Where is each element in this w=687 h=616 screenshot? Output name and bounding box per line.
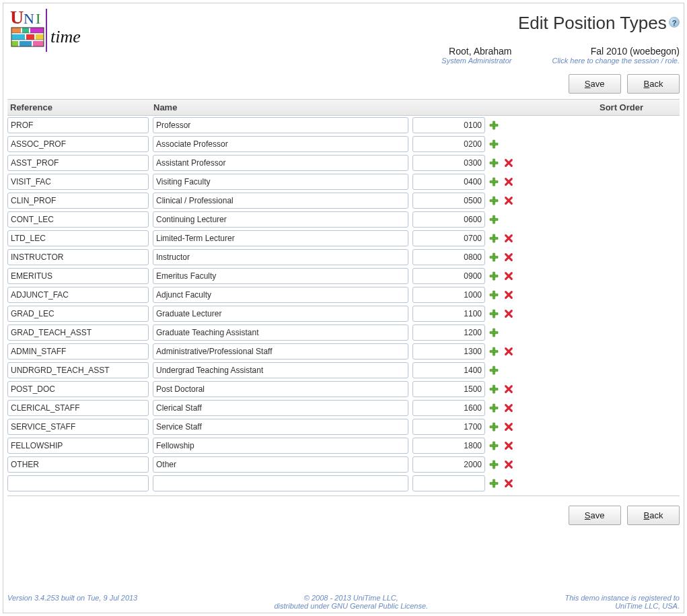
reference-input[interactable] [7,174,149,190]
add-icon[interactable] [489,403,499,413]
add-icon[interactable] [489,479,499,488]
reference-input[interactable] [7,230,149,246]
sort-order-input[interactable] [412,475,485,491]
reference-input[interactable] [7,193,149,209]
delete-icon[interactable] [504,252,513,262]
reference-input[interactable] [7,343,149,360]
delete-icon[interactable] [504,347,513,356]
delete-icon[interactable] [504,422,513,432]
sort-order-input[interactable] [412,438,485,454]
name-input[interactable] [153,117,408,133]
sort-order-input[interactable] [412,155,485,171]
reference-input[interactable] [7,381,149,397]
reference-input[interactable] [7,362,149,378]
reference-input[interactable] [7,419,149,435]
name-input[interactable] [153,249,408,265]
session-change-link[interactable]: Click here to change the session / role. [552,57,680,65]
add-icon[interactable] [489,384,499,394]
add-icon[interactable] [489,422,499,432]
sort-order-input[interactable] [412,211,485,228]
add-icon[interactable] [489,271,499,281]
name-input[interactable] [153,193,408,209]
name-input[interactable] [153,306,408,322]
name-input[interactable] [153,268,408,284]
add-icon[interactable] [489,215,499,224]
add-icon[interactable] [489,309,499,318]
add-icon[interactable] [489,252,499,262]
reference-input[interactable] [7,306,149,322]
name-input[interactable] [153,381,408,397]
name-input[interactable] [153,456,408,473]
reference-input[interactable] [7,456,149,473]
name-input[interactable] [153,211,408,228]
name-input[interactable] [153,362,408,378]
add-icon[interactable] [489,366,499,375]
sort-order-input[interactable] [412,343,485,360]
sort-order-input[interactable] [412,174,485,190]
sort-order-input[interactable] [412,193,485,209]
delete-icon[interactable] [504,441,513,450]
reference-input[interactable] [7,155,149,171]
add-icon[interactable] [489,196,499,205]
name-input[interactable] [153,475,408,491]
name-input[interactable] [153,136,408,152]
reference-input[interactable] [7,324,149,341]
delete-icon[interactable] [504,479,513,488]
reference-input[interactable] [7,475,149,491]
delete-icon[interactable] [504,177,513,186]
delete-icon[interactable] [504,234,513,243]
sort-order-input[interactable] [412,381,485,397]
reference-input[interactable] [7,438,149,454]
sort-order-input[interactable] [412,230,485,246]
reference-input[interactable] [7,249,149,265]
sort-order-input[interactable] [412,400,485,416]
reference-input[interactable] [7,400,149,416]
add-icon[interactable] [489,234,499,243]
name-input[interactable] [153,324,408,341]
back-button[interactable]: Back [627,506,680,525]
delete-icon[interactable] [504,460,513,469]
delete-icon[interactable] [504,309,513,318]
back-button[interactable]: Back [627,74,680,94]
name-input[interactable] [153,419,408,435]
sort-order-input[interactable] [412,117,485,133]
add-icon[interactable] [489,158,499,168]
sort-order-input[interactable] [412,249,485,265]
reference-input[interactable] [7,117,149,133]
delete-icon[interactable] [504,290,513,300]
sort-order-input[interactable] [412,324,485,341]
save-button[interactable]: Save [569,506,621,525]
reference-input[interactable] [7,287,149,303]
delete-icon[interactable] [504,158,513,168]
name-input[interactable] [153,155,408,171]
add-icon[interactable] [489,460,499,469]
sort-order-input[interactable] [412,419,485,435]
delete-icon[interactable] [504,384,513,394]
name-input[interactable] [153,230,408,246]
add-icon[interactable] [489,177,499,186]
reference-input[interactable] [7,268,149,284]
reference-input[interactable] [7,211,149,228]
delete-icon[interactable] [504,196,513,205]
name-input[interactable] [153,174,408,190]
help-icon[interactable]: ? [669,17,680,28]
name-input[interactable] [153,400,408,416]
name-input[interactable] [153,287,408,303]
add-icon[interactable] [489,290,499,300]
sort-order-input[interactable] [412,287,485,303]
name-input[interactable] [153,343,408,360]
delete-icon[interactable] [504,271,513,281]
sort-order-input[interactable] [412,136,485,152]
add-icon[interactable] [489,139,499,149]
sort-order-input[interactable] [412,306,485,322]
name-input[interactable] [153,438,408,454]
add-icon[interactable] [489,347,499,356]
sort-order-input[interactable] [412,456,485,473]
delete-icon[interactable] [504,403,513,413]
add-icon[interactable] [489,441,499,450]
sort-order-input[interactable] [412,268,485,284]
save-button[interactable]: Save [569,74,621,94]
reference-input[interactable] [7,136,149,152]
add-icon[interactable] [489,328,499,337]
add-icon[interactable] [489,121,499,130]
